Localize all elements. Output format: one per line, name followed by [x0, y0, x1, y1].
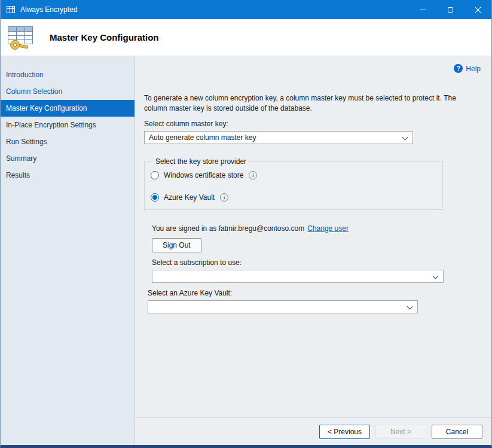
sidebar-item-master-key-configuration[interactable]: Master Key Configuration	[1, 100, 135, 117]
minimize-icon	[420, 10, 426, 10]
maximize-button[interactable]	[436, 0, 464, 19]
chevron-down-icon	[407, 303, 413, 309]
previous-button[interactable]: < Previous	[319, 425, 370, 439]
content-column: ? Help To generate a new column encrypti…	[135, 56, 491, 445]
info-icon[interactable]: i	[220, 193, 228, 202]
sidebar-item-summary[interactable]: Summary	[1, 150, 135, 167]
radio-azure-key-vault[interactable]: Azure Key Vault i	[151, 193, 436, 202]
subscription-combobox[interactable]	[152, 270, 444, 283]
wizard-footer: < Previous Next > Cancel	[135, 417, 491, 445]
main-row: Introduction Column Selection Master Key…	[1, 56, 491, 445]
radio-icon-unselected	[151, 171, 159, 179]
sidebar-item-results[interactable]: Results	[1, 167, 135, 184]
cancel-button[interactable]: Cancel	[432, 425, 482, 439]
sign-out-button[interactable]: Sign Out	[152, 238, 201, 252]
next-button[interactable]: Next >	[375, 425, 426, 439]
radio-windows-certificate-store[interactable]: Windows certificate store i	[151, 171, 436, 179]
wizard-header: Master Key Configuration	[1, 19, 491, 56]
always-encrypted-window: Always Encrypted Master Key Configuratio…	[0, 0, 492, 448]
key-store-provider-legend: Select the key store provider	[153, 157, 249, 166]
master-key-label: Select column master key:	[144, 120, 491, 128]
app-icon	[6, 5, 16, 14]
sidebar-item-run-settings[interactable]: Run Settings	[1, 133, 135, 150]
master-key-combobox[interactable]: Auto generate column master key	[144, 131, 413, 144]
key-store-provider-group: Select the key store provider Windows ce…	[144, 157, 443, 210]
minimize-button[interactable]	[409, 0, 436, 19]
page-content: ? Help To generate a new column encrypti…	[135, 56, 491, 417]
master-key-combobox-value: Auto generate column master key	[149, 133, 256, 142]
sidebar-item-column-selection[interactable]: Column Selection	[1, 83, 135, 100]
chevron-down-icon	[402, 134, 408, 140]
sidebar-item-introduction[interactable]: Introduction	[1, 66, 135, 83]
azure-key-vault-label: Select an Azure Key Vault:	[148, 289, 491, 297]
radio-icon-selected	[151, 193, 159, 202]
radio-label-azure-key-vault: Azure Key Vault	[164, 193, 215, 202]
help-icon: ?	[454, 64, 463, 73]
radio-label-windows-certificate-store: Windows certificate store	[164, 171, 243, 179]
intro-text: To generate a new column encryption key,…	[144, 93, 470, 114]
subscription-label: Select a subscription to use:	[152, 258, 491, 267]
azure-key-vault-combobox[interactable]	[148, 300, 418, 313]
signed-in-text: You are signed in as fatmir.bregu@contos…	[152, 224, 304, 233]
sidebar-item-in-place-encryption[interactable]: In-Place Encryption Settings	[1, 117, 135, 133]
titlebar: Always Encrypted	[1, 0, 491, 19]
wizard-steps-sidebar: Introduction Column Selection Master Key…	[1, 56, 135, 445]
maximize-icon	[448, 7, 453, 13]
window-controls	[409, 0, 491, 19]
close-icon	[475, 7, 481, 13]
chevron-down-icon	[433, 273, 439, 279]
table-key-icon	[7, 25, 34, 51]
help-row: ? Help	[144, 56, 491, 73]
change-user-link[interactable]: Change user	[307, 224, 349, 233]
window-title: Always Encrypted	[20, 5, 77, 14]
signed-in-status: You are signed in as fatmir.bregu@contos…	[152, 224, 491, 233]
info-icon[interactable]: i	[249, 171, 257, 179]
close-button[interactable]	[464, 0, 491, 19]
page-title: Master Key Configuration	[50, 32, 159, 42]
help-link[interactable]: Help	[466, 65, 481, 73]
